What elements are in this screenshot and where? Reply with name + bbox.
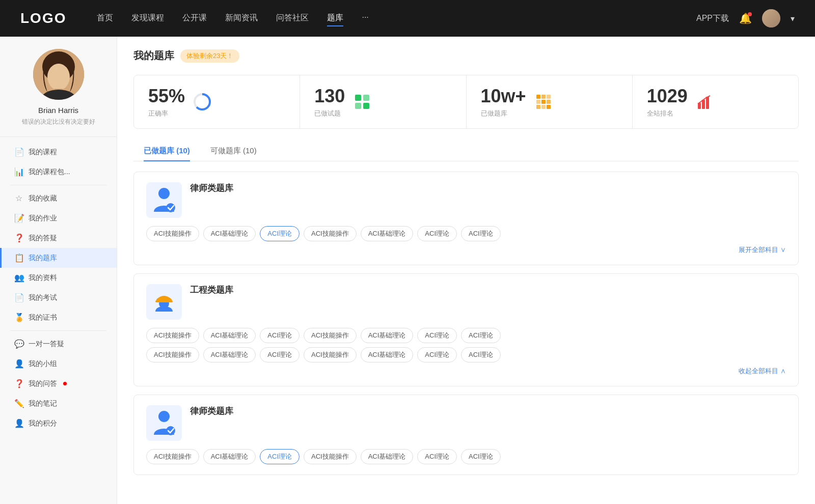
sidebar-item-favorites[interactable]: ☆ 我的收藏 xyxy=(0,188,117,208)
stat-accuracy-icon xyxy=(192,92,212,112)
qbank-icon-1 xyxy=(146,182,182,218)
nav-more[interactable]: ··· xyxy=(362,11,368,26)
nav-news[interactable]: 新闻资讯 xyxy=(225,11,258,26)
tag-2-3[interactable]: ACI理论 xyxy=(260,328,300,343)
tag-2-6[interactable]: ACI理论 xyxy=(417,328,457,343)
tag-2-12[interactable]: ACI基础理论 xyxy=(361,347,414,362)
tag-2-8[interactable]: ACI技能操作 xyxy=(146,347,199,362)
tag-3-1[interactable]: ACI技能操作 xyxy=(146,449,199,464)
sidebar-item-profile[interactable]: 👥 我的资料 xyxy=(0,268,117,288)
tag-1-4[interactable]: ACI技能操作 xyxy=(304,226,357,241)
svg-rect-9 xyxy=(355,103,361,109)
profile-motto: 错误的决定比没有决定要好 xyxy=(22,118,95,126)
sidebar-label-profile: 我的资料 xyxy=(29,273,57,283)
profile-avatar-image xyxy=(33,49,84,100)
tag-2-1[interactable]: ACI技能操作 xyxy=(146,328,199,343)
sidebar-item-course-packages[interactable]: 📊 我的课程包... xyxy=(0,162,117,182)
sidebar-item-questions[interactable]: ❓ 我的问答 xyxy=(0,374,117,394)
tag-1-5[interactable]: ACI基础理论 xyxy=(361,226,414,241)
bell-dot xyxy=(748,12,752,16)
sidebar-label-homework: 我的作业 xyxy=(29,214,57,223)
tag-2-13[interactable]: ACI理论 xyxy=(417,347,457,362)
svg-rect-17 xyxy=(536,105,540,109)
qbank-header-2: 工程类题库 xyxy=(146,284,786,320)
tag-3-6[interactable]: ACI理论 xyxy=(417,449,457,464)
stat-questions-done: 130 已做试题 xyxy=(300,75,466,128)
expand-link-1[interactable]: 展开全部科目 ∨ xyxy=(146,245,786,255)
stat-questions-done-value: 130 xyxy=(314,86,345,107)
tag-2-11[interactable]: ACI技能操作 xyxy=(304,347,357,362)
tag-3-7[interactable]: ACI理论 xyxy=(461,449,501,464)
tag-2-10[interactable]: ACI理论 xyxy=(260,347,300,362)
sidebar-item-certificate[interactable]: 🏅 我的证书 xyxy=(0,307,117,327)
svg-rect-22 xyxy=(706,97,709,109)
tag-2-2[interactable]: ACI基础理论 xyxy=(203,328,256,343)
svg-point-28 xyxy=(166,426,175,435)
tag-3-4[interactable]: ACI技能操作 xyxy=(304,449,357,464)
tag-1-2[interactable]: ACI基础理论 xyxy=(203,226,256,241)
sidebar-item-exam[interactable]: 📄 我的考试 xyxy=(0,288,117,307)
dropdown-arrow[interactable]: ▾ xyxy=(791,14,795,23)
avatar[interactable] xyxy=(762,9,780,27)
qbank-card-1: 律师类题库 ACI技能操作 ACI基础理论 ACI理论 ACI技能操作 ACI基… xyxy=(133,172,799,265)
questions-icon: ❓ xyxy=(14,379,23,388)
sidebar-item-qa[interactable]: ❓ 我的答疑 xyxy=(0,228,117,248)
points-icon: 👤 xyxy=(14,418,23,428)
tag-2-5[interactable]: ACI基础理论 xyxy=(361,328,414,343)
sidebar-item-group[interactable]: 👤 我的小组 xyxy=(0,354,117,374)
sidebar-item-courses[interactable]: 📄 我的课程 xyxy=(0,142,117,162)
tag-1-7[interactable]: ACI理论 xyxy=(461,226,501,241)
sidebar-item-notes[interactable]: ✏️ 我的笔记 xyxy=(0,394,117,413)
tag-1-1[interactable]: ACI技能操作 xyxy=(146,226,199,241)
app-download[interactable]: APP下载 xyxy=(696,13,729,24)
stat-ranking: 1029 全站排名 xyxy=(633,75,798,128)
nav-home[interactable]: 首页 xyxy=(97,11,113,26)
nav-qbank[interactable]: 题库 xyxy=(327,11,343,26)
tag-2-4[interactable]: ACI技能操作 xyxy=(304,328,357,343)
main-content: 我的题库 体验剩余23天！ 55% 正确率 xyxy=(117,37,815,504)
qbank-icon-3 xyxy=(146,405,182,441)
bell-icon[interactable]: 🔔 xyxy=(739,12,752,24)
nav-qa[interactable]: 问答社区 xyxy=(276,11,309,26)
tag-2-9[interactable]: ACI基础理论 xyxy=(203,347,256,362)
svg-rect-19 xyxy=(547,105,551,109)
svg-point-23 xyxy=(158,188,170,199)
nav-right: APP下载 🔔 ▾ xyxy=(696,9,795,27)
qbank-title-2: 工程类题库 xyxy=(190,284,233,296)
tab-done[interactable]: 已做题库 (10) xyxy=(133,141,200,161)
stat-banks-done-label: 已做题库 xyxy=(481,109,526,118)
collapse-link-2[interactable]: 收起全部科目 ∧ xyxy=(146,367,786,376)
divider-1 xyxy=(10,185,106,185)
certificate-icon: 🏅 xyxy=(14,313,23,322)
qbank-info-2: 工程类题库 xyxy=(190,284,233,296)
qbank-card-2: 工程类题库 ACI技能操作 ACI基础理论 ACI理论 ACI技能操作 ACI基… xyxy=(133,273,799,386)
tag-3-5[interactable]: ACI基础理论 xyxy=(361,449,414,464)
stat-questions-done-values: 130 已做试题 xyxy=(314,86,345,118)
sidebar-item-points[interactable]: 👤 我的积分 xyxy=(0,413,117,433)
nav-opencourse[interactable]: 公开课 xyxy=(182,11,207,26)
nav-discover[interactable]: 发现课程 xyxy=(131,11,164,26)
group-icon: 👤 xyxy=(14,359,23,369)
sidebar-label-exam: 我的考试 xyxy=(29,293,57,302)
courses-icon: 📄 xyxy=(14,147,23,157)
stat-accuracy-value: 55% xyxy=(148,86,185,107)
profile-name: Brian Harris xyxy=(38,106,78,115)
sidebar-item-homework[interactable]: 📝 我的作业 xyxy=(0,208,117,228)
tag-3-2[interactable]: ACI基础理论 xyxy=(203,449,256,464)
qbank-icon-2 xyxy=(146,284,182,320)
qbank-icon: 📋 xyxy=(14,253,23,263)
sidebar-item-qbank[interactable]: 📋 我的题库 xyxy=(0,248,117,268)
sidebar-label-group: 我的小组 xyxy=(29,359,57,369)
tag-2-14[interactable]: ACI理论 xyxy=(461,347,501,362)
exam-icon: 📄 xyxy=(14,293,23,302)
tag-3-3[interactable]: ACI理论 xyxy=(260,449,300,464)
qbank-tags-3: ACI技能操作 ACI基础理论 ACI理论 ACI技能操作 ACI基础理论 AC… xyxy=(146,449,786,464)
sidebar-item-tutoring[interactable]: 💬 一对一答疑 xyxy=(0,334,117,354)
tag-2-7[interactable]: ACI理论 xyxy=(461,328,501,343)
profile-avatar xyxy=(33,49,84,100)
svg-rect-8 xyxy=(363,95,369,101)
trial-badge: 体验剩余23天！ xyxy=(180,49,239,63)
tab-available[interactable]: 可做题库 (10) xyxy=(200,141,267,161)
tag-1-6[interactable]: ACI理论 xyxy=(417,226,457,241)
tag-1-3[interactable]: ACI理论 xyxy=(260,226,300,241)
